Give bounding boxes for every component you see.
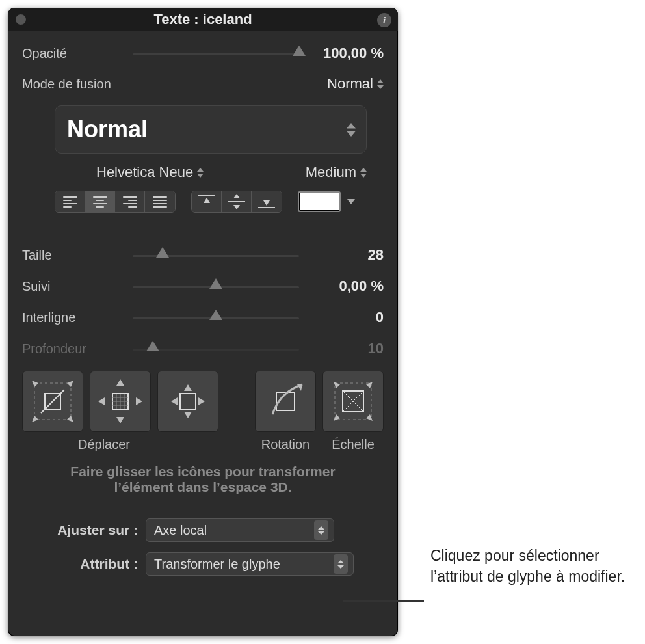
blend-row: Mode de fusion Normal	[8, 69, 398, 99]
opacity-label: Opacité	[22, 46, 133, 61]
chevron-down-icon[interactable]	[347, 199, 355, 204]
size-value[interactable]: 28	[306, 247, 384, 263]
leading-row: Interligne 0	[8, 302, 398, 333]
align-justify-button[interactable]	[145, 191, 175, 212]
window-title: Texte : iceland	[153, 11, 252, 28]
hint-line-2: l’élément dans l’espace 3D.	[34, 479, 372, 495]
tracking-slider[interactable]	[133, 278, 299, 294]
adjust-row: Ajuster sur : Axe local	[8, 515, 398, 546]
tracking-label: Suivi	[22, 279, 133, 294]
svg-marker-21	[184, 384, 192, 391]
adjust-label: Ajuster sur :	[22, 522, 138, 538]
adjust-select[interactable]: Axe local	[146, 518, 334, 542]
svg-marker-17	[136, 397, 142, 405]
align-right-button[interactable]	[115, 191, 145, 212]
blend-label: Mode de fusion	[22, 77, 327, 92]
blend-mode-select[interactable]: Normal	[327, 75, 384, 92]
size-label: Taille	[22, 248, 133, 263]
move-xyz-tool[interactable]: Déplacer	[90, 371, 151, 452]
scale-icon	[327, 375, 379, 427]
attribute-row: Attribut : Transformer le glyphe	[8, 548, 398, 580]
move-z-tool[interactable]	[157, 371, 218, 437]
color-swatch[interactable]	[298, 191, 341, 212]
preset-name: Normal	[67, 116, 344, 143]
scale-label: Échelle	[322, 437, 384, 452]
opacity-slider[interactable]	[133, 46, 299, 61]
titlebar: Texte : iceland i	[8, 8, 398, 31]
updown-icon	[377, 79, 384, 89]
svg-marker-15	[116, 417, 124, 423]
updown-icon	[360, 168, 367, 178]
move-z-icon	[162, 375, 214, 427]
svg-marker-19	[171, 397, 178, 405]
alignment-row	[8, 186, 398, 222]
size-slider[interactable]	[133, 247, 299, 263]
updown-icon	[197, 168, 204, 178]
scale-tool[interactable]: Échelle	[322, 371, 384, 452]
font-weight-value: Medium	[306, 164, 356, 181]
align-left-button[interactable]	[55, 191, 85, 212]
rotate-tool[interactable]: Rotation	[255, 371, 316, 452]
text-inspector-panel: Texte : iceland i Opacité 100,00 % Mode …	[8, 8, 398, 636]
updown-icon	[347, 123, 356, 137]
opacity-value[interactable]: 100,00 %	[306, 45, 384, 62]
svg-marker-22	[184, 412, 192, 418]
svg-marker-3	[32, 381, 38, 387]
leading-value[interactable]: 0	[306, 309, 384, 326]
attribute-value: Transformer le glyphe	[154, 557, 334, 572]
svg-marker-6	[67, 416, 73, 422]
valign-bottom-button[interactable]	[252, 191, 282, 212]
depth-row: Profondeur 10	[8, 333, 398, 364]
valign-top-button[interactable]	[192, 191, 222, 212]
font-family-value: Helvetica Neue	[96, 164, 193, 181]
move-label: Déplacer	[57, 437, 151, 452]
depth-value: 10	[306, 340, 384, 357]
hint-line-1: Faire glisser les icônes pour transforme…	[34, 464, 372, 479]
callout-text: Cliquez pour sélectionner l’attribut de …	[430, 545, 632, 587]
leading-label: Interligne	[22, 310, 133, 325]
svg-rect-18	[180, 394, 196, 409]
svg-marker-24	[297, 384, 302, 391]
font-family-select[interactable]: Helvetica Neue	[96, 164, 204, 181]
svg-marker-14	[116, 379, 124, 386]
tracking-row: Suivi 0,00 %	[8, 271, 398, 302]
attribute-label: Attribut :	[22, 556, 138, 572]
blend-value: Normal	[327, 75, 373, 92]
leading-slider[interactable]	[133, 310, 299, 325]
depth-label: Profondeur	[22, 342, 133, 356]
info-icon[interactable]: i	[377, 13, 391, 27]
valign-middle-button[interactable]	[222, 191, 252, 212]
svg-marker-20	[198, 397, 205, 405]
updown-icon	[314, 520, 328, 540]
tracking-value[interactable]: 0,00 %	[306, 278, 384, 295]
attribute-select[interactable]: Transformer le glyphe	[146, 552, 354, 576]
svg-marker-16	[98, 397, 105, 405]
font-weight-select[interactable]: Medium	[306, 164, 367, 181]
updown-icon	[334, 554, 348, 574]
svg-marker-4	[67, 381, 73, 387]
svg-marker-5	[32, 416, 38, 422]
horizontal-align-segment	[55, 191, 176, 213]
rotate-label: Rotation	[255, 437, 316, 452]
text-preset-select[interactable]: Normal	[55, 105, 367, 154]
size-row: Taille 28	[8, 239, 398, 271]
move-xy-icon	[27, 375, 79, 427]
transform-tools: Déplacer Rotation	[8, 364, 398, 452]
close-icon[interactable]	[16, 14, 26, 25]
align-center-button[interactable]	[85, 191, 115, 212]
move-xy-tool[interactable]	[22, 371, 83, 437]
vertical-align-segment	[191, 191, 282, 213]
rotate-icon	[259, 375, 311, 427]
transform-hint: Faire glisser les icônes pour transforme…	[8, 452, 398, 515]
opacity-row: Opacité 100,00 %	[8, 38, 398, 69]
adjust-value: Axe local	[154, 523, 314, 538]
font-row: Helvetica Neue Medium	[8, 157, 398, 186]
depth-slider	[133, 341, 299, 356]
move-xyz-icon	[94, 375, 146, 427]
